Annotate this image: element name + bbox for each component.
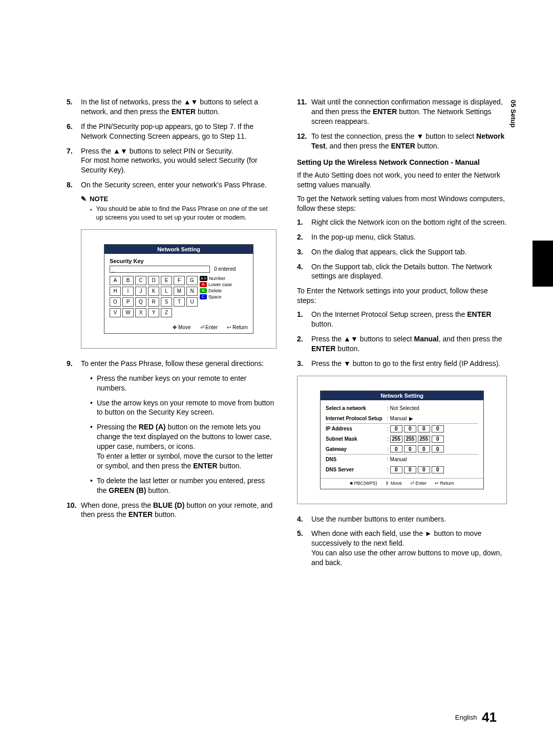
ip-field[interactable]: 0 xyxy=(418,425,430,433)
footer-hint: ↩ Return xyxy=(227,325,248,330)
step-text: To enter the Pass Phrase, follow these g… xyxy=(81,359,264,369)
row-value: : Not Selected xyxy=(387,405,419,411)
list-item: 6.If the PIN/Security pop-up appears, go… xyxy=(67,122,276,141)
ip-field[interactable]: 0 xyxy=(418,445,430,452)
footer-page-number: 41 xyxy=(482,709,497,725)
step-text: Right click the Network icon on the bott… xyxy=(311,218,506,227)
row-value: :0000 xyxy=(387,425,444,433)
ip-field[interactable]: 0 xyxy=(418,466,430,473)
keyboard-key[interactable]: F xyxy=(174,276,185,285)
step-text: If the PIN/Security pop-up appears, go t… xyxy=(81,122,276,141)
ip-field[interactable]: 0 xyxy=(432,445,444,452)
keyboard-key[interactable]: X xyxy=(135,308,146,317)
step-text: Press the ▲▼ buttons to select PIN or Se… xyxy=(81,146,276,176)
step-text: Press the ▲▼ buttons to select Manual, a… xyxy=(311,334,507,354)
step-number: 1. xyxy=(297,310,311,329)
security-input-line: _ 0 entered xyxy=(110,266,248,273)
keyboard-key[interactable]: Y xyxy=(148,308,159,317)
keyboard-key[interactable]: J xyxy=(135,287,146,296)
row-label: Gateway xyxy=(326,446,387,452)
legend-badge: A xyxy=(200,282,207,287)
keyboard-key[interactable]: L xyxy=(161,287,172,296)
keyboard-key[interactable]: U xyxy=(186,297,198,307)
ip-field[interactable]: 255 xyxy=(418,436,430,443)
ip-field[interactable]: 0 xyxy=(432,466,444,473)
list-item: 12.To test the connection, press the ▼ b… xyxy=(297,132,507,151)
figure-footer: ✥ Move⏎ Enter↩ Return xyxy=(104,322,253,333)
keyboard-grid: ABCDEFGHIJKLMNOPQRSTUVWXYZ xyxy=(110,276,198,319)
keyboard-key[interactable]: A xyxy=(110,276,121,285)
step-text: When done with each field, use the ► but… xyxy=(311,529,507,568)
keyboard-key[interactable]: S xyxy=(161,297,172,307)
footer-lang: English xyxy=(455,714,477,721)
legend-row: ALower case xyxy=(200,282,232,287)
left-column: 5.In the list of networks, press the ▲▼ … xyxy=(67,97,276,573)
list-item: 2.Press the ▲▼ buttons to select Manual,… xyxy=(297,334,507,354)
row-value: :2552552550 xyxy=(387,436,444,443)
step-number: 2. xyxy=(297,334,311,354)
network-setting-row: Internet Protocol Setup: Manual▶ xyxy=(326,414,478,424)
keyboard-key[interactable]: K xyxy=(148,287,159,296)
list-item: 3.On the dialog that appears, click the … xyxy=(297,247,507,257)
ip-field[interactable]: 0 xyxy=(404,466,416,473)
keyboard-key[interactable]: I xyxy=(122,287,134,296)
row-label: Select a network xyxy=(326,405,387,411)
keyboard-key[interactable]: C xyxy=(135,276,146,285)
keyboard-key[interactable]: Z xyxy=(161,308,172,317)
legend-label: Delete xyxy=(208,288,222,293)
figure2-rows: Select a network: Not SelectedInternet P… xyxy=(321,400,483,478)
ip-field[interactable]: 0 xyxy=(390,425,402,433)
ip-field[interactable]: 255 xyxy=(390,436,402,443)
keyboard-key[interactable]: R xyxy=(148,297,159,307)
keyboard-key[interactable]: H xyxy=(110,287,121,296)
side-block xyxy=(533,241,553,287)
step-number: 6. xyxy=(67,122,81,141)
keyboard-row: OPQRSTU xyxy=(110,297,198,307)
keyboard-key[interactable]: B xyxy=(122,276,134,285)
network-setting-row: IP Address:0000 xyxy=(326,424,478,434)
keyboard-key[interactable]: E xyxy=(161,276,172,285)
ip-field[interactable]: 0 xyxy=(404,445,416,452)
row-value: :0000 xyxy=(387,445,444,452)
legend-label: Number xyxy=(209,276,225,281)
passphrase-bullets: Press the number keys on your remote to … xyxy=(90,374,276,495)
list-item: 11.Wait until the connection confirmatio… xyxy=(297,97,507,126)
step-text: To test the connection, press the ▼ butt… xyxy=(311,132,507,151)
keyboard-key[interactable]: D xyxy=(148,276,159,285)
keyboard-key[interactable]: M xyxy=(174,287,185,296)
keyboard-row: HIJKLMN xyxy=(110,287,198,296)
figure-security-keyboard: Network Setting Security Key _ 0 entered… xyxy=(81,229,276,349)
keyboard-key[interactable]: W xyxy=(122,308,134,317)
keyboard-key[interactable]: O xyxy=(110,297,121,307)
step-text: On the dialog that appears, click the Su… xyxy=(311,247,467,257)
list-item: 7.Press the ▲▼ buttons to select PIN or … xyxy=(67,146,276,176)
ip-field[interactable]: 0 xyxy=(390,445,402,452)
keyboard-key[interactable]: N xyxy=(186,287,198,296)
step-text: When done, press the BLUE (D) button on … xyxy=(81,501,276,520)
keyboard-key[interactable]: G xyxy=(186,276,198,285)
row-value: : Manual xyxy=(387,457,407,462)
list-item: 4.Use the number buttons to enter number… xyxy=(297,514,507,524)
keyboard-key[interactable]: P xyxy=(122,297,134,307)
step-number: 2. xyxy=(297,232,311,242)
step-text: Press the ▼ button to go to the first en… xyxy=(311,359,500,369)
keyboard-key[interactable]: V xyxy=(110,308,121,317)
keyboard-key[interactable]: T xyxy=(174,297,185,307)
legend-row: a bNumber xyxy=(200,276,232,281)
security-key-label: Security Key xyxy=(110,258,248,264)
ip-field[interactable]: 0 xyxy=(404,425,416,433)
row-label: IP Address xyxy=(326,426,387,431)
ip-field[interactable]: 0 xyxy=(432,425,444,433)
keyboard-row: VWXYZ xyxy=(110,308,198,317)
ip-field[interactable]: 0 xyxy=(432,436,444,443)
security-input[interactable]: _ xyxy=(110,266,210,273)
ip-field[interactable]: 0 xyxy=(390,466,402,473)
row-value: : Manual▶ xyxy=(387,416,413,421)
footer-hint: ⏎ Enter xyxy=(200,325,218,330)
keyboard-key[interactable]: Q xyxy=(135,297,146,307)
row-value: :0000 xyxy=(387,466,444,473)
product-steps-1-3: 1.On the Internet Protocol Setup screen,… xyxy=(297,310,507,368)
step-number: 9. xyxy=(67,359,81,369)
list-item: 9.To enter the Pass Phrase, follow these… xyxy=(67,359,276,369)
ip-field[interactable]: 255 xyxy=(404,436,416,443)
